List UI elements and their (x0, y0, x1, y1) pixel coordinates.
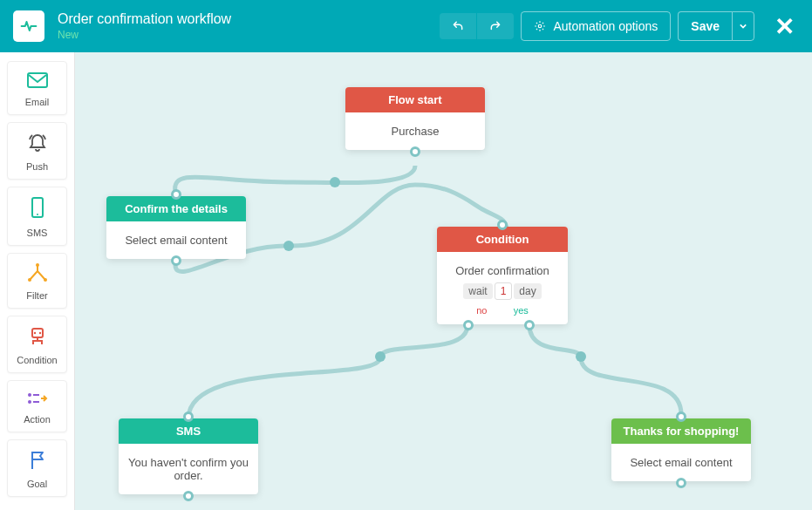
port-in[interactable] (497, 220, 508, 230)
node-header: Flow start (345, 87, 485, 112)
svg-point-11 (28, 400, 31, 404)
svg-point-14 (375, 351, 386, 362)
port-out[interactable] (183, 491, 194, 501)
svg-point-12 (330, 177, 340, 187)
node-confirm-details[interactable]: Confirm the details Select email content (106, 196, 246, 259)
workflow-canvas[interactable]: Flow start Purchase Confirm the details … (75, 52, 812, 510)
svg-point-4 (36, 263, 39, 267)
node-condition[interactable]: Condition Order confirmation wait1day no… (437, 227, 568, 324)
node-body: Select email content (106, 221, 246, 259)
node-header: Condition (437, 227, 568, 252)
sidebar-item-label: Goal (27, 479, 47, 489)
port-out[interactable] (410, 146, 420, 157)
node-body: You haven't confirm you order. (119, 444, 258, 494)
action-icon (25, 390, 50, 407)
app-logo (13, 10, 44, 42)
svg-point-9 (38, 332, 40, 334)
close-button[interactable]: ✕ (770, 12, 799, 41)
undo-button[interactable] (440, 13, 476, 39)
yes-no-labels: no yes (446, 305, 559, 319)
sidebar-item-label: Condition (17, 355, 57, 365)
pulse-icon (20, 17, 38, 35)
close-icon: ✕ (774, 13, 795, 40)
toolbar: Automation options Save ✕ (440, 11, 799, 41)
node-palette: Email Push SMS Filter Condition Action G… (0, 52, 75, 510)
node-sms[interactable]: SMS You haven't confirm you order. (119, 418, 258, 494)
filter-icon (25, 262, 50, 283)
sidebar-item-goal[interactable]: Goal (7, 439, 67, 497)
workflow-status: New (58, 29, 440, 41)
sidebar-item-email[interactable]: Email (7, 61, 67, 115)
port-out-yes[interactable] (524, 320, 535, 330)
svg-point-13 (283, 241, 294, 251)
save-button[interactable]: Save (678, 11, 732, 41)
goal-icon (27, 449, 48, 472)
sidebar-item-push[interactable]: Push (7, 122, 67, 180)
port-in[interactable] (676, 411, 686, 422)
node-body: Select email content (611, 444, 751, 481)
save-dropdown-button[interactable] (732, 11, 754, 41)
node-header: Confirm the details (106, 196, 246, 221)
node-body: Purchase (345, 112, 485, 150)
sms-icon (28, 196, 47, 221)
title-block: Order confirmation workflow New (58, 11, 440, 41)
app-header: Order confirmation workflow New Automati… (0, 0, 812, 52)
redo-icon (489, 20, 502, 32)
port-in[interactable] (183, 411, 194, 422)
port-out[interactable] (171, 255, 181, 266)
chevron-down-icon (740, 23, 747, 30)
sidebar-item-filter[interactable]: Filter (7, 253, 67, 309)
sidebar-item-label: Email (25, 97, 50, 107)
node-header: Thanks for shopping! (611, 418, 751, 444)
node-thanks[interactable]: Thanks for shopping! Select email conten… (611, 418, 751, 481)
svg-point-5 (28, 278, 31, 282)
port-out[interactable] (676, 478, 686, 488)
automation-options-button[interactable]: Automation options (521, 11, 671, 41)
node-header: SMS (119, 418, 258, 444)
svg-rect-7 (32, 329, 43, 337)
port-out-no[interactable] (463, 320, 474, 330)
sidebar-item-label: Push (26, 161, 48, 172)
sidebar-item-condition[interactable]: Condition (7, 316, 67, 373)
email-icon (25, 71, 50, 90)
svg-point-0 (539, 24, 542, 28)
condition-text: Order confirmation (446, 264, 559, 277)
node-body: Order confirmation wait1day no yes (437, 252, 568, 324)
redo-button[interactable] (477, 13, 514, 39)
push-icon (26, 132, 49, 154)
svg-point-6 (44, 278, 47, 282)
undo-icon (452, 20, 464, 32)
workflow-title: Order confirmation workflow (58, 11, 440, 27)
port-in[interactable] (171, 189, 181, 200)
svg-point-3 (37, 214, 38, 215)
svg-point-15 (576, 351, 586, 362)
gear-icon (534, 20, 546, 32)
sidebar-item-sms[interactable]: SMS (7, 187, 67, 246)
svg-point-8 (33, 332, 35, 334)
svg-rect-1 (28, 73, 47, 87)
sidebar-item-label: SMS (27, 228, 48, 238)
wait-row: wait1day (446, 282, 559, 300)
sidebar-item-label: Filter (26, 290, 47, 301)
node-flow-start[interactable]: Flow start Purchase (345, 87, 485, 150)
svg-point-10 (28, 393, 31, 397)
sidebar-item-action[interactable]: Action (7, 380, 67, 432)
condition-icon (26, 325, 49, 348)
sidebar-item-label: Action (24, 414, 51, 425)
